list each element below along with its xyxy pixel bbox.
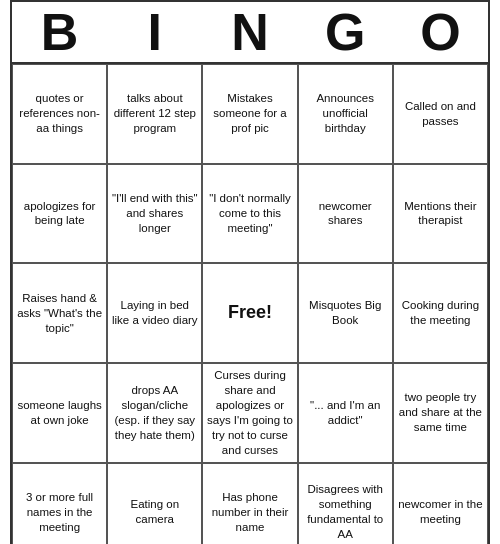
bingo-cell-14[interactable]: Cooking during the meeting: [393, 263, 488, 363]
bingo-cell-4[interactable]: Called on and passes: [393, 64, 488, 164]
bingo-cell-12[interactable]: Free!: [202, 263, 297, 363]
bingo-grid: quotes or references non-aa thingstalks …: [12, 64, 488, 544]
letter-b: B: [12, 6, 107, 58]
letter-i: I: [107, 6, 202, 58]
bingo-cell-18[interactable]: "... and I'm an addict": [298, 363, 393, 463]
bingo-cell-15[interactable]: someone laughs at own joke: [12, 363, 107, 463]
bingo-cell-7[interactable]: "I don't normally come to this meeting": [202, 164, 297, 264]
bingo-cell-8[interactable]: newcomer shares: [298, 164, 393, 264]
bingo-cell-0[interactable]: quotes or references non-aa things: [12, 64, 107, 164]
bingo-cell-5[interactable]: apologizes for being late: [12, 164, 107, 264]
bingo-cell-23[interactable]: Disagrees with something fundamental to …: [298, 463, 393, 545]
bingo-cell-17[interactable]: Curses during share and apologizes or sa…: [202, 363, 297, 463]
letter-n: N: [202, 6, 297, 58]
letter-g: G: [298, 6, 393, 58]
bingo-header: B I N G O: [12, 2, 488, 64]
bingo-cell-16[interactable]: drops AA slogan/cliche (esp. if they say…: [107, 363, 202, 463]
bingo-cell-11[interactable]: Laying in bed like a video diary: [107, 263, 202, 363]
bingo-cell-6[interactable]: "I'll end with this" and shares longer: [107, 164, 202, 264]
bingo-cell-13[interactable]: Misquotes Big Book: [298, 263, 393, 363]
bingo-cell-2[interactable]: Mistakes someone for a prof pic: [202, 64, 297, 164]
bingo-cell-22[interactable]: Has phone number in their name: [202, 463, 297, 545]
bingo-cell-3[interactable]: Announces unofficial birthday: [298, 64, 393, 164]
bingo-cell-21[interactable]: Eating on camera: [107, 463, 202, 545]
bingo-card: B I N G O quotes or references non-aa th…: [10, 0, 490, 544]
bingo-cell-9[interactable]: Mentions their therapist: [393, 164, 488, 264]
bingo-cell-24[interactable]: newcomer in the meeting: [393, 463, 488, 545]
bingo-cell-1[interactable]: talks about different 12 step program: [107, 64, 202, 164]
bingo-cell-10[interactable]: Raises hand & asks "What's the topic": [12, 263, 107, 363]
bingo-cell-20[interactable]: 3 or more full names in the meeting: [12, 463, 107, 545]
letter-o: O: [393, 6, 488, 58]
bingo-cell-19[interactable]: two people try and share at the same tim…: [393, 363, 488, 463]
